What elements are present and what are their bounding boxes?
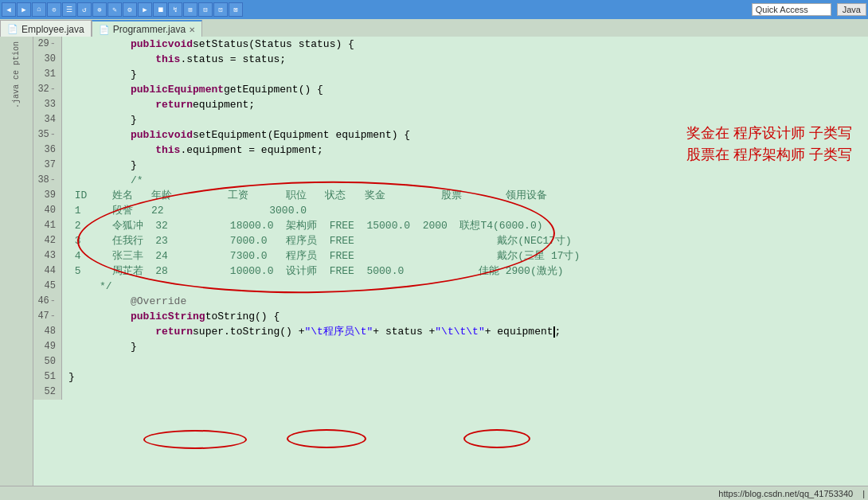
cn-annotation: 奖金在 程序设计师 子类写 股票在 程序架构师 子类写	[686, 123, 852, 166]
code-line-33: return equipment;	[68, 97, 868, 112]
line-num-30: 30	[33, 52, 58, 67]
tabbar: 📄 Employee.java 📄 Programmer.java ✕	[0, 19, 868, 38]
left-item-1[interactable]: ption	[10, 40, 22, 67]
tab-programmer[interactable]: 📄 Programmer.java ✕	[92, 20, 202, 37]
code-line-30: this.status = status;	[68, 52, 868, 67]
line-num-43: 43	[33, 248, 58, 264]
java-label: Java	[837, 3, 866, 16]
line-num-50: 50	[33, 354, 58, 369]
line-num-40: 40	[33, 203, 58, 218]
code-line-29: public void setStatus(Status status) {	[68, 37, 868, 52]
tab-employee[interactable]: 📄 Employee.java	[0, 20, 92, 37]
toolbar-btn-7[interactable]: ⊕	[92, 2, 107, 17]
code-area: 29 30 31 32 33 34 35 36 37 38 39 40 41 4…	[33, 37, 868, 500]
line-num-42: 42	[33, 233, 58, 248]
toolbar-btn-12[interactable]: ↯	[168, 2, 182, 17]
line-num-46: 46	[33, 294, 58, 309]
code-line-43: 4 张三丰 24 7300.0 程序员 FREE 戴尔(三星 17寸)	[68, 248, 868, 264]
tab-employee-icon: 📄	[7, 24, 18, 34]
line-num-38: 38	[33, 173, 58, 188]
line-num-37: 37	[33, 158, 58, 173]
code-line-49: }	[68, 339, 868, 354]
line-num-48: 48	[33, 324, 58, 339]
toolbar-btn-4[interactable]: ⊙	[47, 2, 61, 17]
tab-employee-label: Employee.java	[22, 24, 84, 35]
left-item-3[interactable]: .java	[10, 83, 22, 110]
toolbar-btn-2[interactable]: ▶	[17, 2, 31, 17]
toolbar-btn-15[interactable]: ⊡	[213, 2, 228, 17]
code-line-32: public Equipment getEquipment() {	[68, 82, 868, 97]
code-line-38: /*	[68, 173, 868, 188]
code-line-41: 2 令狐冲 32 18000.0 架构师 FREE 15000.0 2000 联…	[68, 218, 868, 233]
code-line-47: public String toString() {	[68, 309, 868, 324]
line-num-49: 49	[33, 339, 58, 354]
toolbar-btn-10[interactable]: ▶	[138, 2, 152, 17]
line-num-39: 39	[33, 188, 58, 203]
tab-close-icon[interactable]: ✕	[189, 25, 195, 34]
toolbar-btn-1[interactable]: ◀	[2, 2, 16, 17]
line-num-29: 29	[33, 37, 58, 52]
code-line-40: 1 段誉 22 3000.0	[68, 203, 868, 218]
left-panel: ption ce .java	[0, 37, 33, 500]
code-content[interactable]: public void setStatus(Status status) { t…	[62, 37, 868, 500]
code-line-46: @Override	[68, 294, 868, 309]
line-num-51: 51	[33, 369, 58, 385]
toolbar-btn-3[interactable]: ⌂	[32, 2, 46, 17]
toolbar-btn-5[interactable]: ☰	[62, 2, 76, 17]
line-num-47: 47	[33, 309, 58, 324]
line-num-34: 34	[33, 112, 58, 127]
line-num-35: 35	[33, 127, 58, 143]
code-line-44: 5 周芷若 28 10000.0 设计师 FREE 5000.0 佳能 2900…	[68, 264, 868, 279]
toolbar-btn-9[interactable]: ⚙	[123, 2, 137, 17]
line-num-52: 52	[33, 385, 58, 400]
toolbar: ◀ ▶ ⌂ ⊙ ☰ ↺ ⊕ ✎ ⚙ ▶ ⏹ ↯ ⊞ ⊟ ⊡ ⊠ Quick Ac…	[0, 0, 868, 19]
quick-access-area: Quick Access	[752, 3, 831, 16]
status-text: https://blog.csdn.net/qq_41753340	[718, 489, 853, 498]
code-line-39: ID 姓名 年龄 工资 职位 状态 奖金 股票 领用设备	[68, 188, 868, 203]
line-numbers: 29 30 31 32 33 34 35 36 37 38 39 40 41 4…	[33, 37, 62, 400]
cn-line2: 股票在 程序架构师 子类写	[686, 144, 852, 166]
left-item-2[interactable]: ce	[10, 68, 22, 81]
line-num-33: 33	[33, 97, 58, 112]
toolbar-btn-11[interactable]: ⏹	[153, 2, 167, 17]
code-line-50	[68, 354, 868, 369]
toolbar-btn-6[interactable]: ↺	[77, 2, 92, 17]
toolbar-btn-8[interactable]: ✎	[108, 2, 122, 17]
tab-programmer-label: Programmer.java	[113, 24, 186, 35]
quick-access-input[interactable]: Quick Access	[752, 3, 831, 16]
toolbar-btn-13[interactable]: ⊞	[183, 2, 197, 17]
code-line-42: 3 任我行 23 7000.0 程序员 FREE 戴尔(NEC17寸)	[68, 233, 868, 248]
statusbar: https://blog.csdn.net/qq_41753340 |	[0, 486, 868, 500]
code-line-52	[68, 385, 868, 400]
cn-line1: 奖金在 程序设计师 子类写	[686, 123, 852, 144]
line-num-36: 36	[33, 143, 58, 158]
code-line-48: return super.toString() +"\t程序员\t" + sta…	[68, 324, 868, 339]
toolbar-btn-14[interactable]: ⊟	[198, 2, 213, 17]
code-line-45: */	[68, 279, 868, 294]
code-line-51: }	[68, 369, 868, 385]
toolbar-btn-16[interactable]: ⊠	[229, 2, 243, 17]
code-line-31: }	[68, 67, 868, 82]
line-num-41: 41	[33, 218, 58, 233]
cursor-icon: |	[862, 489, 865, 498]
tab-programmer-icon: 📄	[99, 25, 110, 35]
line-num-32: 32	[33, 82, 58, 97]
line-num-44: 44	[33, 264, 58, 279]
line-num-31: 31	[33, 67, 58, 82]
line-num-45: 45	[33, 279, 58, 294]
